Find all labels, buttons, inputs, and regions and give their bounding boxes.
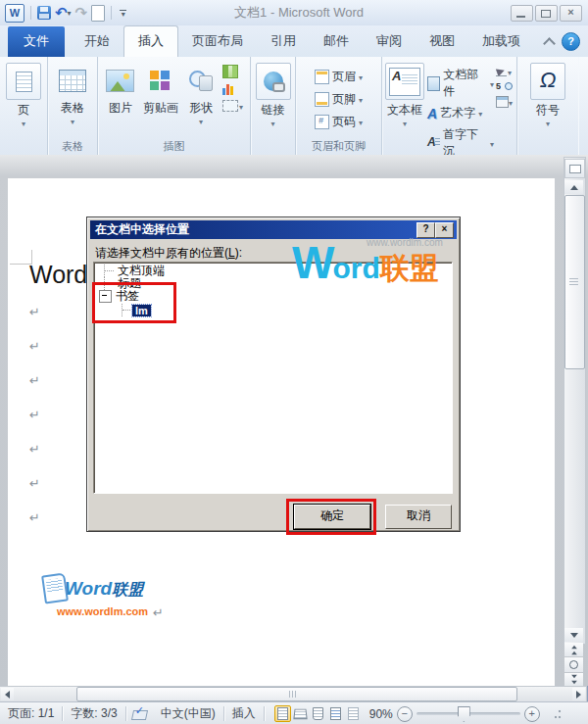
footer-button[interactable]: 页脚▾ [315,91,363,108]
quick-access-toolbar: W ↶ ▾ ↷ ▾ [0,4,126,23]
redo-icon: ↷ [75,6,88,20]
chevron-down-icon: ▾ [270,121,274,127]
tab-home[interactable]: 开始 [71,26,123,57]
group-label [517,139,578,155]
undo-button[interactable]: ↶ ▾ [55,6,72,20]
new-document-icon[interactable] [91,5,105,22]
tab-insert[interactable]: 插入 [123,25,178,57]
chevron-down-icon[interactable]: ▾ [68,9,72,18]
zoom-level[interactable]: 90% [369,707,393,721]
annotation-box-ok [286,499,376,535]
cancel-button[interactable]: 取消 [385,505,452,529]
dialog-prompt-label: 请选择文档中原有的位置(L): [95,245,242,262]
footer-label: 页脚 [332,91,356,108]
tab-mailings[interactable]: 邮件 [310,26,363,57]
zoom-out-button[interactable]: − [397,706,413,722]
vertical-scroll-thumb[interactable] [564,195,585,369]
smartart-icon[interactable] [222,65,238,78]
tab-review[interactable]: 审阅 [363,26,416,57]
chevron-down-icon: ▾ [490,141,494,148]
ruler-toggle-button[interactable] [564,159,585,178]
table-icon [59,70,86,92]
object-icon[interactable] [496,96,509,108]
wordart-button[interactable]: A艺术字▾ [427,105,494,121]
quick-parts-button[interactable]: 文档部件▾ [427,67,494,100]
chevron-down-icon: ▾ [359,74,363,81]
spellcheck-icon[interactable] [132,708,147,719]
hyperlink-icon [264,72,283,91]
status-bar: 页面: 1/1 字数: 3/3 中文(中国) 插入 90% − + [0,701,588,724]
tab-references[interactable]: 引用 [257,26,310,57]
quick-parts-label: 文档部件 [443,67,487,100]
page-indicator[interactable]: 页面: 1/1 [0,705,62,722]
group-illustrations: 图片 剪贴画 形状 ▾ ▾ 插图 [98,57,251,155]
tab-page-layout[interactable]: 页面布局 [178,26,257,57]
chevron-down-icon: ▾ [239,104,243,111]
group-text: 文本框 ▾ 文档部件▾ A艺术字▾ 首字下沉▾ ▾ 5 ▾ 文本 [382,57,517,155]
chevron-down-icon: ▾ [478,111,482,118]
scroll-left-button[interactable] [1,688,14,700]
clipart-label: 剪贴画 [143,100,178,117]
tab-file[interactable]: 文件 [8,26,65,57]
draft-view-button[interactable] [345,705,362,722]
logo-league-text: 联盟 [112,581,143,598]
picture-button[interactable]: 图片 [101,61,140,119]
dialog-close-button[interactable]: × [435,222,454,238]
print-layout-view-button[interactable] [274,705,291,722]
document-heading-text[interactable]: Word [29,261,87,289]
chevron-down-icon: ▾ [359,120,363,126]
web-layout-view-button[interactable] [310,705,326,722]
insert-mode-indicator[interactable]: 插入 [224,705,264,722]
word-app-icon[interactable]: W [5,4,24,23]
wordart-icon: A [427,106,437,121]
horizontal-scroll-thumb[interactable] [76,687,517,701]
fullscreen-reading-view-button[interactable] [292,705,309,722]
resize-grip[interactable] [552,709,562,719]
zoom-slider-thumb[interactable] [458,706,470,722]
paragraph-mark: ↵ [29,442,40,457]
clipart-button[interactable]: 剪贴画 [140,61,181,119]
header-button[interactable]: 页眉▾ [315,69,363,85]
page-number-button[interactable]: 页码▾ [315,114,363,130]
minimize-button[interactable] [511,5,533,22]
date-time-icon[interactable]: 5 [496,81,513,91]
previous-page-button[interactable] [564,643,583,656]
symbol-button[interactable]: Ω 符号 ▾ [527,61,568,129]
scroll-up-button[interactable] [564,180,583,194]
outline-view-button[interactable] [327,705,344,722]
word-window: W ↶ ▾ ↷ ▾ 文档1 - Microsoft Word × 文件 开始 插… [0,0,588,724]
pages-button[interactable]: 页 ▾ [3,61,44,129]
customize-qat-icon[interactable]: ▾ [118,10,126,17]
undo-icon[interactable]: ↶ [55,6,68,20]
links-button[interactable]: 链接 ▾ [253,61,294,129]
next-page-button[interactable] [564,673,583,686]
dialog-help-button[interactable]: ? [416,222,435,238]
language-indicator[interactable]: 中文(中国) [153,705,223,722]
zoom-in-button[interactable]: + [524,706,540,722]
screenshot-icon[interactable] [222,100,238,112]
page-icon [16,72,32,92]
word-count[interactable]: 字数: 3/3 [63,705,124,722]
chart-icon[interactable] [222,83,235,95]
select-browse-object-button[interactable] [564,657,583,672]
shapes-button[interactable]: 形状 ▾ [181,61,220,127]
scroll-right-button[interactable] [572,688,585,700]
scroll-down-button[interactable] [564,628,583,642]
signature-line-icon[interactable] [496,67,508,76]
textbox-button[interactable]: 文本框 ▾ [382,61,427,129]
ribbon-tab-bar: 文件 开始 插入 页面布局 引用 邮件 审阅 视图 加载项 ? [0,25,588,57]
restore-button[interactable] [535,5,558,22]
chevron-down-icon: ▾ [403,121,407,127]
collapse-ribbon-icon[interactable] [543,37,556,50]
annotation-box-bookmark [92,282,176,323]
tab-addins[interactable]: 加载项 [468,26,534,57]
tab-view[interactable]: 视图 [416,26,468,57]
close-button[interactable]: × [560,5,582,22]
help-icon[interactable]: ? [562,32,580,51]
save-icon[interactable] [37,6,51,20]
links-label: 链接 [262,102,285,119]
zoom-slider[interactable] [416,712,520,715]
table-button[interactable]: 表格 ▾ [53,61,92,127]
paragraph-mark: ↵ [29,510,40,525]
group-label-header-footer: 页眉和页脚 [296,139,381,155]
